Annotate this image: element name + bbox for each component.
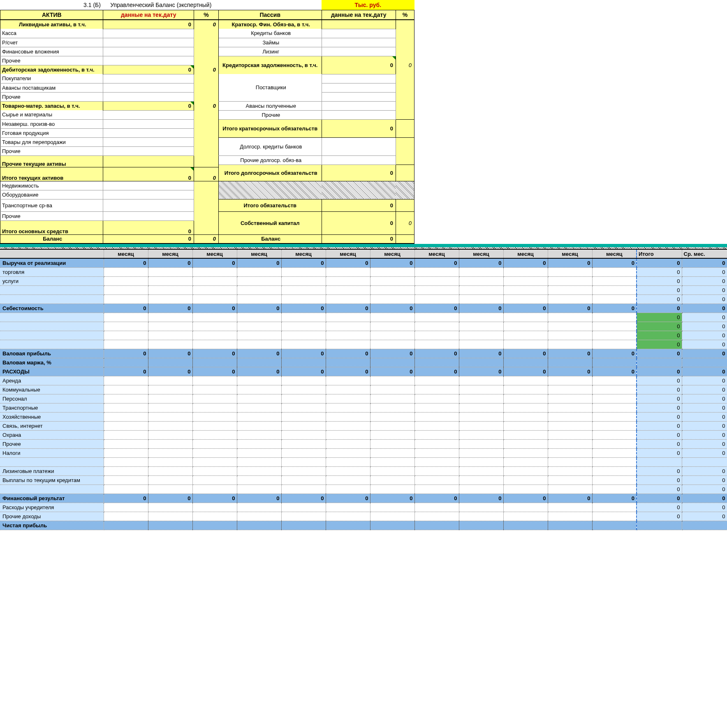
pl-gross-avg[interactable]: 0 (682, 349, 727, 358)
pl-gross-m6[interactable]: 0 (370, 349, 414, 358)
pl-cogs-m11[interactable]: 0 (592, 304, 637, 313)
pl-ohrana-avg[interactable]: 0 (682, 430, 727, 439)
pl-exp-m11[interactable]: 0 (592, 367, 637, 376)
pl-cogs-m3[interactable]: 0 (237, 304, 281, 313)
pl-gross-m8[interactable]: 0 (459, 349, 503, 358)
pl-personal-total[interactable]: 0 (637, 394, 682, 403)
pl-exp-m7[interactable]: 0 (414, 367, 459, 376)
pl-net-m3[interactable] (237, 521, 281, 530)
pl-revenue-m1[interactable]: 0 (148, 258, 192, 267)
pl-revenue-total[interactable]: 0 (637, 258, 682, 267)
pl-net-avg[interactable] (682, 521, 727, 530)
pl-margin-m2[interactable] (192, 358, 237, 367)
pl-cogs-m4[interactable]: 0 (281, 304, 326, 313)
pl-net-m0[interactable] (104, 521, 148, 530)
pl-revenue-m2[interactable]: 0 (192, 258, 237, 267)
pl-exp-m5[interactable]: 0 (326, 367, 370, 376)
pl-gross-m10[interactable]: 0 (548, 349, 592, 358)
pl-c1-total[interactable]: 0 (637, 313, 682, 322)
pl-gross-m2[interactable]: 0 (192, 349, 237, 358)
pl-gross-m11[interactable]: 0 (592, 349, 637, 358)
pl-cogs-m9[interactable]: 0 (503, 304, 548, 313)
pl-net-m6[interactable] (370, 521, 414, 530)
pl-cogs-m1[interactable]: 0 (148, 304, 192, 313)
pl-net-m4[interactable] (281, 521, 326, 530)
pl-margin-m8[interactable] (459, 358, 503, 367)
pl-kommun-total[interactable]: 0 (637, 385, 682, 394)
pl-margin-m9[interactable] (503, 358, 548, 367)
pl-net-m2[interactable] (192, 521, 237, 530)
pl-cogs-m0[interactable]: 0 (104, 304, 148, 313)
pl-gross-m7[interactable]: 0 (414, 349, 459, 358)
pl-margin-m4[interactable] (281, 358, 326, 367)
pl-revenue-m6[interactable]: 0 (370, 258, 414, 267)
pl-prochee-total[interactable]: 0 (637, 439, 682, 448)
pl-revenue-m5[interactable]: 0 (326, 258, 370, 267)
pl-c1-avg[interactable]: 0 (682, 313, 727, 322)
pl-liz-avg[interactable]: 0 (682, 466, 727, 475)
pl-gross-total[interactable]: 0 (637, 349, 682, 358)
pl-exp-m1[interactable]: 0 (148, 367, 192, 376)
pl-c3-total[interactable]: 0 (637, 331, 682, 340)
pl-torg-total[interactable]: 0 (637, 267, 682, 276)
pl-rasuch-avg[interactable]: 0 (682, 503, 727, 512)
pl-cogs-total[interactable]: 0 (637, 304, 682, 313)
pl-cogs-m5[interactable]: 0 (326, 304, 370, 313)
pl-exp-m6[interactable]: 0 (370, 367, 414, 376)
pl-exp-total[interactable]: 0 (637, 367, 682, 376)
pl-nalogi-total[interactable]: 0 (637, 448, 682, 457)
pl-margin-m0[interactable] (104, 358, 148, 367)
short-liab-value[interactable] (322, 20, 396, 29)
pl-revenue-m7[interactable]: 0 (414, 258, 459, 267)
pl-exp-m4[interactable]: 0 (281, 367, 326, 376)
pl-exp-avg[interactable]: 0 (682, 367, 727, 376)
liquid-assets-value[interactable]: 0 (103, 20, 194, 29)
pl-net-m8[interactable] (459, 521, 503, 530)
pl-net-m5[interactable] (326, 521, 370, 530)
pl-cogs-m10[interactable]: 0 (548, 304, 592, 313)
pl-svyaz-avg[interactable]: 0 (682, 421, 727, 430)
pl-exp-m2[interactable]: 0 (192, 367, 237, 376)
pl-margin-m7[interactable] (414, 358, 459, 367)
pl-gross-m3[interactable]: 0 (237, 349, 281, 358)
pl-net-m7[interactable] (414, 521, 459, 530)
pl-finres-m10[interactable]: 0 (548, 494, 592, 503)
pl-transp-total[interactable]: 0 (637, 403, 682, 412)
pl-revenue-m11[interactable]: 0 (592, 258, 637, 267)
pl-gross-m9[interactable]: 0 (503, 349, 548, 358)
pl-margin-m6[interactable] (370, 358, 414, 367)
pl-margin-m11[interactable] (592, 358, 637, 367)
pl-rasuch-total[interactable]: 0 (637, 503, 682, 512)
pl-prdoh-avg[interactable]: 0 (682, 512, 727, 521)
pl-gross-m0[interactable]: 0 (104, 349, 148, 358)
pl-c2-avg[interactable]: 0 (682, 322, 727, 331)
pl-margin-m1[interactable] (148, 358, 192, 367)
pl-uslugi-avg[interactable]: 0 (682, 276, 727, 285)
pl-finres-m11[interactable]: 0 (592, 494, 637, 503)
pl-exp-m3[interactable]: 0 (237, 367, 281, 376)
pl-liz-total[interactable]: 0 (637, 466, 682, 475)
pl-arenda-avg[interactable]: 0 (682, 376, 727, 385)
pl-revenue-m3[interactable]: 0 (237, 258, 281, 267)
pl-hoz-total[interactable]: 0 (637, 412, 682, 421)
kredit-zadolzh-value[interactable]: 0 (322, 56, 396, 74)
pl-gross-m1[interactable]: 0 (148, 349, 192, 358)
pl-cogs-m8[interactable]: 0 (459, 304, 503, 313)
pl-c4-total[interactable]: 0 (637, 340, 682, 349)
pl-prdoh-total[interactable]: 0 (637, 512, 682, 521)
pl-exp-m9[interactable]: 0 (503, 367, 548, 376)
pl-net-total[interactable] (637, 521, 682, 530)
pl-exp-m10[interactable]: 0 (548, 367, 592, 376)
pl-nalogi-avg[interactable]: 0 (682, 448, 727, 457)
pl-hoz-avg[interactable]: 0 (682, 412, 727, 421)
pl-cogs-m2[interactable]: 0 (192, 304, 237, 313)
pl-revenue-m0[interactable]: 0 (104, 258, 148, 267)
pl-personal-avg[interactable]: 0 (682, 394, 727, 403)
tmz-value[interactable]: 0 (103, 101, 194, 110)
pl-finres-total[interactable]: 0 (637, 494, 682, 503)
pl-margin-m5[interactable] (326, 358, 370, 367)
pl-finres-m9[interactable]: 0 (503, 494, 548, 503)
pl-kommun-avg[interactable]: 0 (682, 385, 727, 394)
pl-finres-m4[interactable]: 0 (281, 494, 326, 503)
pl-finres-m3[interactable]: 0 (237, 494, 281, 503)
